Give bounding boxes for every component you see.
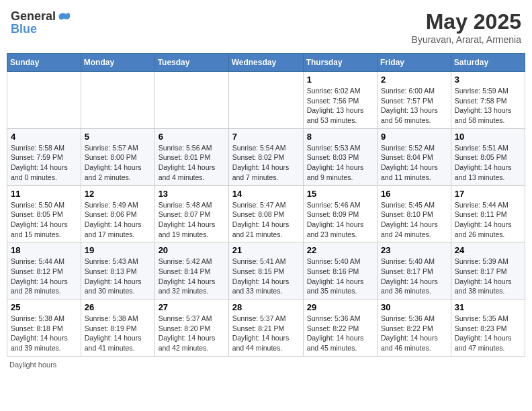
calendar-cell: [81, 72, 154, 129]
day-number: 7: [232, 132, 300, 142]
calendar-body: 1Sunrise: 6:02 AM Sunset: 7:56 PM Daylig…: [7, 72, 525, 357]
day-info: Sunrise: 5:35 AM Sunset: 8:23 PM Dayligh…: [455, 314, 521, 353]
calendar-cell: 13Sunrise: 5:48 AM Sunset: 8:07 PM Dayli…: [154, 185, 228, 242]
day-info: Sunrise: 5:47 AM Sunset: 8:08 PM Dayligh…: [232, 200, 300, 240]
day-number: 28: [232, 302, 300, 312]
weekday-header-cell: Friday: [378, 54, 451, 72]
day-number: 2: [381, 75, 447, 85]
calendar-cell: [154, 72, 228, 129]
calendar-cell: 22Sunrise: 5:40 AM Sunset: 8:16 PM Dayli…: [303, 242, 377, 300]
day-number: 5: [85, 132, 151, 142]
month-title: May 2025: [412, 9, 521, 34]
logo-bird-icon: [57, 9, 71, 23]
day-number: 12: [85, 189, 151, 199]
calendar-cell: 6Sunrise: 5:56 AM Sunset: 8:01 PM Daylig…: [154, 128, 228, 185]
day-info: Sunrise: 5:41 AM Sunset: 8:15 PM Dayligh…: [232, 257, 300, 296]
title-section: May 2025 Byuravan, Ararat, Armenia: [412, 9, 521, 45]
calendar-cell: 18Sunrise: 5:44 AM Sunset: 8:12 PM Dayli…: [7, 242, 81, 300]
calendar-cell: 28Sunrise: 5:37 AM Sunset: 8:21 PM Dayli…: [228, 300, 303, 357]
day-number: 17: [455, 189, 521, 199]
calendar-cell: [228, 72, 303, 129]
weekday-header-cell: Thursday: [303, 54, 377, 72]
day-number: 19: [85, 245, 151, 255]
calendar-week-row: 1Sunrise: 6:02 AM Sunset: 7:56 PM Daylig…: [7, 72, 525, 129]
calendar-cell: 4Sunrise: 5:58 AM Sunset: 7:59 PM Daylig…: [7, 128, 81, 185]
day-number: 26: [85, 302, 151, 312]
calendar-cell: 19Sunrise: 5:43 AM Sunset: 8:13 PM Dayli…: [81, 242, 154, 300]
calendar-cell: 23Sunrise: 5:40 AM Sunset: 8:17 PM Dayli…: [378, 242, 451, 300]
calendar-cell: 20Sunrise: 5:42 AM Sunset: 8:14 PM Dayli…: [154, 242, 228, 300]
weekday-header-cell: Tuesday: [154, 54, 228, 72]
calendar-cell: 31Sunrise: 5:35 AM Sunset: 8:23 PM Dayli…: [451, 300, 525, 357]
calendar-cell: 14Sunrise: 5:47 AM Sunset: 8:08 PM Dayli…: [228, 185, 303, 242]
day-info: Sunrise: 5:36 AM Sunset: 8:22 PM Dayligh…: [307, 314, 373, 353]
logo: General Blue: [11, 9, 71, 36]
calendar-cell: 21Sunrise: 5:41 AM Sunset: 8:15 PM Dayli…: [228, 242, 303, 300]
day-number: 23: [381, 245, 447, 255]
weekday-header-row: SundayMondayTuesdayWednesdayThursdayFrid…: [7, 54, 525, 72]
weekday-header-cell: Saturday: [451, 54, 525, 72]
day-info: Sunrise: 5:51 AM Sunset: 8:05 PM Dayligh…: [455, 143, 521, 183]
day-number: 9: [381, 132, 447, 142]
day-info: Sunrise: 5:38 AM Sunset: 8:19 PM Dayligh…: [85, 314, 151, 353]
day-number: 8: [307, 132, 373, 142]
calendar-cell: 12Sunrise: 5:49 AM Sunset: 8:06 PM Dayli…: [81, 185, 154, 242]
day-number: 6: [159, 132, 225, 142]
calendar-week-row: 11Sunrise: 5:50 AM Sunset: 8:05 PM Dayli…: [7, 185, 525, 242]
day-info: Sunrise: 5:49 AM Sunset: 8:06 PM Dayligh…: [85, 200, 151, 240]
day-number: 16: [381, 189, 447, 199]
footer: Daylight hours: [7, 361, 525, 369]
day-number: 30: [381, 302, 447, 312]
day-number: 29: [307, 302, 373, 312]
day-number: 31: [455, 302, 521, 312]
calendar-week-row: 4Sunrise: 5:58 AM Sunset: 7:59 PM Daylig…: [7, 128, 525, 185]
calendar-cell: 2Sunrise: 6:00 AM Sunset: 7:57 PM Daylig…: [378, 72, 451, 129]
calendar-week-row: 25Sunrise: 5:38 AM Sunset: 8:18 PM Dayli…: [7, 300, 525, 357]
day-number: 1: [307, 75, 373, 85]
day-number: 13: [159, 189, 225, 199]
calendar-cell: 9Sunrise: 5:52 AM Sunset: 8:04 PM Daylig…: [378, 128, 451, 185]
day-number: 25: [11, 302, 77, 312]
day-info: Sunrise: 5:59 AM Sunset: 7:58 PM Dayligh…: [455, 86, 521, 126]
calendar-cell: 24Sunrise: 5:39 AM Sunset: 8:17 PM Dayli…: [451, 242, 525, 300]
day-info: Sunrise: 5:36 AM Sunset: 8:22 PM Dayligh…: [381, 314, 447, 353]
calendar-cell: [7, 72, 81, 129]
day-info: Sunrise: 5:45 AM Sunset: 8:10 PM Dayligh…: [381, 200, 447, 240]
day-info: Sunrise: 5:42 AM Sunset: 8:14 PM Dayligh…: [159, 257, 225, 296]
location-title: Byuravan, Ararat, Armenia: [412, 34, 521, 45]
day-info: Sunrise: 5:39 AM Sunset: 8:17 PM Dayligh…: [455, 257, 521, 296]
calendar-cell: 16Sunrise: 5:45 AM Sunset: 8:10 PM Dayli…: [378, 185, 451, 242]
day-info: Sunrise: 5:40 AM Sunset: 8:16 PM Dayligh…: [307, 257, 373, 296]
calendar-cell: 3Sunrise: 5:59 AM Sunset: 7:58 PM Daylig…: [451, 72, 525, 129]
calendar-table: SundayMondayTuesdayWednesdayThursdayFrid…: [7, 53, 525, 357]
day-info: Sunrise: 5:50 AM Sunset: 8:05 PM Dayligh…: [11, 200, 77, 240]
day-info: Sunrise: 5:38 AM Sunset: 8:18 PM Dayligh…: [11, 314, 77, 353]
calendar-cell: 27Sunrise: 5:37 AM Sunset: 8:20 PM Dayli…: [154, 300, 228, 357]
day-info: Sunrise: 6:02 AM Sunset: 7:56 PM Dayligh…: [307, 86, 373, 126]
day-number: 21: [232, 245, 300, 255]
calendar-cell: 30Sunrise: 5:36 AM Sunset: 8:22 PM Dayli…: [378, 300, 451, 357]
day-info: Sunrise: 6:00 AM Sunset: 7:57 PM Dayligh…: [381, 86, 447, 126]
day-number: 24: [455, 245, 521, 255]
calendar-cell: 7Sunrise: 5:54 AM Sunset: 8:02 PM Daylig…: [228, 128, 303, 185]
day-number: 18: [11, 245, 77, 255]
logo-blue: Blue: [11, 22, 37, 36]
day-info: Sunrise: 5:37 AM Sunset: 8:20 PM Dayligh…: [159, 314, 225, 353]
day-info: Sunrise: 5:56 AM Sunset: 8:01 PM Dayligh…: [159, 143, 225, 183]
day-info: Sunrise: 5:40 AM Sunset: 8:17 PM Dayligh…: [381, 257, 447, 296]
weekday-header-cell: Sunday: [7, 54, 81, 72]
day-info: Sunrise: 5:44 AM Sunset: 8:11 PM Dayligh…: [455, 200, 521, 240]
day-info: Sunrise: 5:48 AM Sunset: 8:07 PM Dayligh…: [159, 200, 225, 240]
day-number: 14: [232, 189, 300, 199]
calendar-week-row: 18Sunrise: 5:44 AM Sunset: 8:12 PM Dayli…: [7, 242, 525, 300]
day-number: 11: [11, 189, 77, 199]
calendar-cell: 15Sunrise: 5:46 AM Sunset: 8:09 PM Dayli…: [303, 185, 377, 242]
day-number: 4: [11, 132, 77, 142]
calendar-cell: 11Sunrise: 5:50 AM Sunset: 8:05 PM Dayli…: [7, 185, 81, 242]
day-info: Sunrise: 5:58 AM Sunset: 7:59 PM Dayligh…: [11, 143, 77, 183]
day-number: 10: [455, 132, 521, 142]
day-number: 20: [159, 245, 225, 255]
calendar-cell: 8Sunrise: 5:53 AM Sunset: 8:03 PM Daylig…: [303, 128, 377, 185]
day-info: Sunrise: 5:37 AM Sunset: 8:21 PM Dayligh…: [232, 314, 300, 353]
calendar-cell: 5Sunrise: 5:57 AM Sunset: 8:00 PM Daylig…: [81, 128, 154, 185]
